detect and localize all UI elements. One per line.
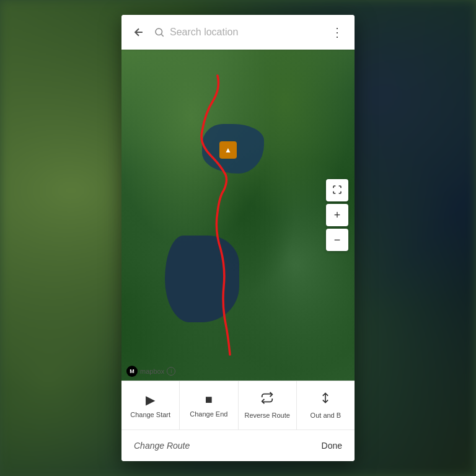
mapbox-label: mapbox — [140, 368, 164, 375]
mapbox-attribution: M mapbox i — [126, 366, 175, 377]
search-input[interactable]: Search location — [170, 27, 322, 38]
zoom-in-button[interactable]: + — [326, 204, 348, 226]
toolbar-footer: Change Route Done — [121, 430, 355, 461]
fullscreen-icon — [332, 185, 342, 196]
search-bar: Search location ⋮ — [121, 15, 355, 50]
zoom-out-button[interactable]: − — [326, 229, 348, 251]
campsite-marker — [219, 141, 237, 159]
map-controls: + − — [326, 179, 348, 251]
reverse-route-button[interactable]: Reverse Route — [239, 381, 297, 430]
search-icon — [154, 27, 165, 38]
change-end-icon: ■ — [205, 392, 213, 407]
reverse-route-label: Reverse Route — [244, 412, 289, 420]
change-route-label: Change Route — [134, 441, 190, 451]
change-end-button[interactable]: ■ Change End — [180, 381, 238, 430]
fullscreen-button[interactable] — [326, 179, 348, 201]
bottom-toolbar: ▶ Change Start ■ Change End Reverse Rout… — [121, 381, 355, 461]
out-and-label: Out and B — [311, 412, 342, 420]
toolbar-buttons: ▶ Change Start ■ Change End Reverse Rout… — [121, 381, 355, 430]
map-area[interactable]: + − M mapbox i — [121, 50, 355, 381]
mapbox-logo: M — [126, 366, 138, 377]
phone-container: Search location ⋮ + — [121, 15, 355, 461]
change-start-button[interactable]: ▶ Change Start — [121, 381, 180, 430]
route-path — [121, 50, 355, 381]
change-start-label: Change Start — [130, 411, 170, 419]
change-start-icon: ▶ — [146, 392, 155, 407]
change-end-label: Change End — [190, 410, 227, 418]
out-and-icon — [319, 391, 332, 408]
info-button[interactable]: i — [167, 367, 175, 376]
done-button[interactable]: Done — [322, 441, 342, 451]
svg-point-0 — [156, 29, 162, 35]
out-and-button[interactable]: Out and B — [297, 381, 355, 430]
back-button[interactable] — [129, 22, 149, 42]
more-options-button[interactable]: ⋮ — [327, 22, 347, 42]
zoom-in-icon: + — [334, 209, 341, 222]
reverse-route-icon — [260, 391, 274, 408]
zoom-out-icon: − — [334, 234, 341, 247]
